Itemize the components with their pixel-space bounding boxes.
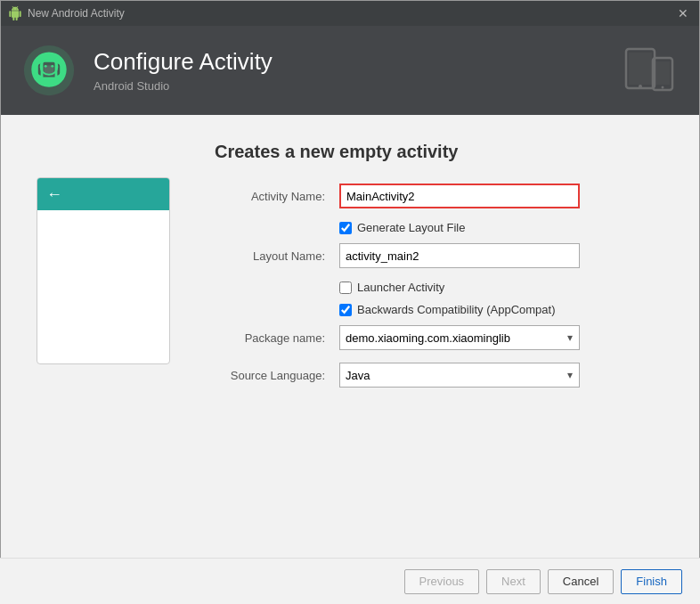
main-content: ← Creates a new empty activity Activity … (1, 115, 699, 551)
title-bar: New Android Activity ✕ (1, 1, 699, 26)
phone-preview: ← (37, 177, 170, 364)
package-name-wrapper: demo.xiaoming.com.xiaominglib (339, 325, 580, 350)
source-language-row: Source Language: Java Kotlin (215, 363, 663, 388)
device-icon (624, 42, 678, 99)
svg-point-3 (51, 65, 53, 68)
source-language-label: Source Language: (215, 369, 339, 382)
activity-name-row: Activity Name: (215, 184, 663, 208)
svg-rect-7 (629, 53, 652, 85)
backwards-compat-row: Backwards Compatibility (AppCompat) (339, 303, 663, 316)
layout-name-label: Layout Name: (215, 249, 339, 263)
back-arrow-icon: ← (46, 185, 62, 204)
footer: Previous Next Cancel Finish (0, 558, 700, 604)
phone-header-bar: ← (37, 178, 169, 210)
form-title: Creates a new empty activity (215, 142, 663, 162)
launcher-activity-row: Launcher Activity (339, 281, 663, 294)
generate-layout-checkbox[interactable] (339, 222, 352, 234)
android-studio-logo (22, 44, 76, 97)
header-title-block: Configure Activity Android Studio (94, 48, 624, 93)
layout-name-row: Layout Name: (215, 243, 663, 268)
svg-point-11 (662, 86, 664, 89)
svg-rect-10 (655, 61, 670, 85)
generate-layout-label: Generate Layout File (357, 221, 465, 234)
close-button[interactable]: ✕ (674, 6, 692, 20)
finish-button[interactable]: Finish (621, 569, 682, 594)
android-icon (8, 6, 22, 20)
header-title: Configure Activity (94, 48, 624, 76)
activity-name-input[interactable] (339, 184, 580, 208)
generate-layout-row: Generate Layout File (339, 221, 663, 234)
package-name-row: Package name: demo.xiaoming.com.xiaoming… (215, 325, 663, 350)
form-panel: Creates a new empty activity Activity Na… (215, 142, 663, 534)
svg-point-2 (45, 65, 47, 68)
source-language-select[interactable]: Java Kotlin (339, 363, 580, 388)
package-name-label: Package name: (215, 331, 339, 345)
preview-panel: ← (37, 177, 179, 534)
svg-point-8 (639, 85, 642, 88)
source-language-wrapper: Java Kotlin (339, 363, 580, 388)
backwards-compat-checkbox[interactable] (339, 304, 352, 316)
header-subtitle: Android Studio (94, 79, 624, 93)
launcher-activity-checkbox[interactable] (339, 282, 352, 294)
next-button[interactable]: Next (486, 569, 541, 594)
title-bar-text: New Android Activity (28, 7, 674, 20)
cancel-button[interactable]: Cancel (548, 569, 614, 594)
previous-button[interactable]: Previous (404, 569, 480, 594)
package-name-select[interactable]: demo.xiaoming.com.xiaominglib (339, 325, 580, 350)
launcher-activity-label: Launcher Activity (357, 281, 444, 294)
backwards-compat-label: Backwards Compatibility (AppCompat) (357, 303, 556, 316)
dialog-header: Configure Activity Android Studio (1, 26, 699, 115)
activity-name-label: Activity Name: (215, 190, 339, 203)
layout-name-input[interactable] (339, 243, 580, 268)
